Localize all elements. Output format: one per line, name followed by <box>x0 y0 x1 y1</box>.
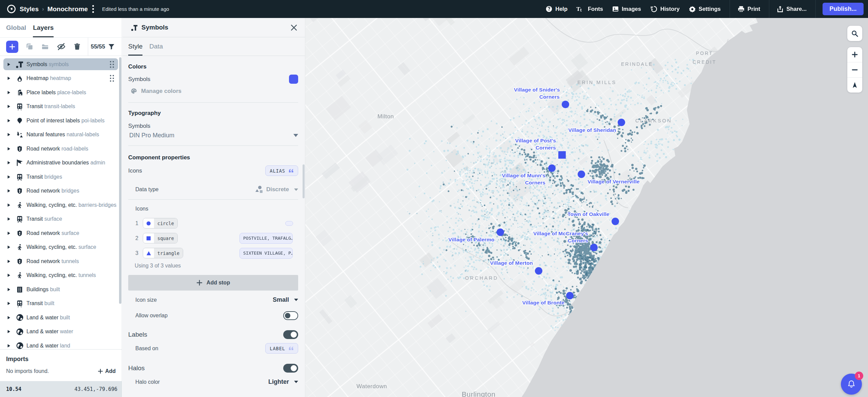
add-import-button[interactable]: Add <box>98 368 116 374</box>
layer-row-heatmap[interactable]: Heatmap heatmap <box>3 73 118 84</box>
layer-list-scrollbar[interactable] <box>119 56 121 349</box>
expand-layer-icon[interactable] <box>7 104 11 108</box>
expand-layer-icon[interactable] <box>7 287 11 292</box>
delete-layer-button[interactable] <box>73 43 81 51</box>
stop-shape-chip[interactable]: triangle <box>143 248 183 258</box>
layer-row-built[interactable]: Buildings built <box>3 283 118 295</box>
layer-row-symbols[interactable]: Symbols symbols <box>3 58 118 70</box>
layer-row-admin[interactable]: Administrative boundaries admin <box>3 157 118 169</box>
expand-layer-icon[interactable] <box>7 316 11 320</box>
layer-row-bridges[interactable]: Road network bridges <box>3 185 118 197</box>
expand-layer-icon[interactable] <box>7 344 11 348</box>
labels-toggle[interactable] <box>283 330 298 339</box>
panel-tab-style[interactable]: Style <box>128 43 142 50</box>
publish-button[interactable]: Publish... <box>823 3 864 15</box>
expand-layer-icon[interactable] <box>7 189 11 193</box>
layer-row-poi-labels[interactable]: Point of interest labels poi-labels <box>3 115 118 126</box>
allow-overlap-toggle[interactable] <box>283 311 298 320</box>
topbar-menu-images[interactable]: Images <box>612 5 641 13</box>
breadcrumb-chevron-icon: › <box>42 6 44 13</box>
topbar-menu-help[interactable]: Help <box>545 5 567 13</box>
stop-shape-chip[interactable]: circle <box>143 218 178 229</box>
history-icon <box>650 5 658 13</box>
style-kebab-menu-icon[interactable] <box>92 5 94 13</box>
expand-layer-icon[interactable] <box>7 330 11 334</box>
map-search-button[interactable] <box>847 26 862 41</box>
layer-row-surface[interactable]: Road network surface <box>3 227 118 239</box>
icons-alias-pill[interactable]: ALIAS <box>265 165 298 176</box>
add-layer-button[interactable] <box>6 41 18 53</box>
icon-size-select[interactable]: Small <box>273 296 298 303</box>
add-stop-button[interactable]: Add stop <box>128 275 298 291</box>
topbar-menu-print[interactable]: Print <box>737 5 760 13</box>
symbols-color-swatch[interactable] <box>289 75 298 84</box>
expand-layer-icon[interactable] <box>7 175 11 179</box>
expand-layer-icon[interactable] <box>7 62 11 66</box>
based-on-pill[interactable]: LABEL <box>265 343 298 354</box>
layer-row-place-labels[interactable]: Place labels place-labels <box>3 86 118 98</box>
notifications-button[interactable]: 1 <box>841 374 862 395</box>
panel-tab-data[interactable]: Data <box>149 43 163 50</box>
heatmap-icon <box>16 74 24 82</box>
imports-heading: Imports <box>6 356 116 363</box>
layer-row-water[interactable]: Land & water water <box>3 326 118 338</box>
expand-layer-icon[interactable] <box>7 259 11 263</box>
scrollbar-thumb[interactable] <box>119 57 121 304</box>
expand-layer-icon[interactable] <box>7 133 11 137</box>
layer-row-tunnels[interactable]: Walking, cycling, etc. tunnels <box>3 270 118 281</box>
group-layers-button[interactable] <box>41 43 49 51</box>
duplicate-layer-button[interactable] <box>26 43 34 51</box>
expand-layer-icon[interactable] <box>7 119 11 123</box>
layer-row-land[interactable]: Land & water land <box>3 340 118 349</box>
topbar-menu-share[interactable]: Share... <box>777 5 807 13</box>
expand-layer-icon[interactable] <box>7 231 11 235</box>
layer-row-surface[interactable]: Transit surface <box>3 213 118 225</box>
expand-layer-icon[interactable] <box>7 217 11 221</box>
sidebar-tab-global[interactable]: Global <box>6 24 26 32</box>
zoom-in-button[interactable] <box>847 47 862 62</box>
filter-layers-button[interactable] <box>108 43 115 50</box>
close-panel-button[interactable] <box>290 24 297 31</box>
mapbox-logo-icon[interactable] <box>7 5 16 13</box>
expand-layer-icon[interactable] <box>7 245 11 249</box>
topbar-menu-fonts[interactable]: TtFonts <box>576 5 603 13</box>
layer-row-surface[interactable]: Walking, cycling, etc. surface <box>3 241 118 253</box>
manage-colors-button[interactable]: Manage colors <box>130 87 298 95</box>
font-select[interactable]: DIN Pro Medium <box>128 132 298 139</box>
map-canvas[interactable]: ERINDALEERIN MILLSCLARKSONPORTCREDITORCH… <box>305 18 868 397</box>
expand-layer-icon[interactable] <box>7 273 11 277</box>
zoom-out-button[interactable] <box>847 62 862 77</box>
drag-handle[interactable] <box>110 75 114 82</box>
layer-row-built[interactable]: Transit built <box>3 298 118 310</box>
drag-handle[interactable] <box>110 61 114 68</box>
compass-button[interactable] <box>847 77 862 93</box>
expand-layer-icon[interactable] <box>7 91 11 95</box>
expand-layer-icon[interactable] <box>7 161 11 165</box>
expand-layer-icon[interactable] <box>7 301 11 305</box>
topbar-menu-settings[interactable]: Settings <box>689 5 721 13</box>
stop-value-pill[interactable]: POSTVILLE, TRAFALG… <box>239 233 293 244</box>
stop-value-empty-pill[interactable] <box>285 221 293 226</box>
sidebar-tab-layers[interactable]: Layers <box>33 24 54 32</box>
breadcrumb-styles[interactable]: Styles <box>20 5 39 13</box>
stop-shape-chip[interactable]: square <box>143 233 178 243</box>
topbar-menu-history[interactable]: History <box>650 5 680 13</box>
menu-label: Print <box>748 6 760 12</box>
layer-row-transit-labels[interactable]: Transit transit-labels <box>3 101 118 113</box>
expand-layer-icon[interactable] <box>7 203 11 207</box>
expand-layer-icon[interactable] <box>7 76 11 80</box>
data-type-select[interactable]: Discrete <box>254 185 298 194</box>
layer-row-barriers-bridges[interactable]: Walking, cycling, etc. barriers-bridges <box>3 199 118 211</box>
halo-color-select[interactable]: Lighter <box>268 378 298 385</box>
panel-scrollbar-thumb[interactable] <box>303 164 305 198</box>
halos-toggle[interactable] <box>283 364 298 373</box>
layer-row-natural-labels[interactable]: Natural features natural-labels <box>3 129 118 141</box>
hide-layer-button[interactable] <box>57 42 66 51</box>
layer-row-bridges[interactable]: Transit bridges <box>3 171 118 183</box>
expand-layer-icon[interactable] <box>7 147 11 151</box>
layer-name: Road network road-labels <box>26 146 88 152</box>
layer-row-road-labels[interactable]: Road network road-labels <box>3 143 118 155</box>
layer-row-built[interactable]: Land & water built <box>3 312 118 323</box>
stop-value-pill[interactable]: SIXTEEN VILLAGE, P… <box>239 248 293 259</box>
layer-row-tunnels[interactable]: Road network tunnels <box>3 255 118 267</box>
